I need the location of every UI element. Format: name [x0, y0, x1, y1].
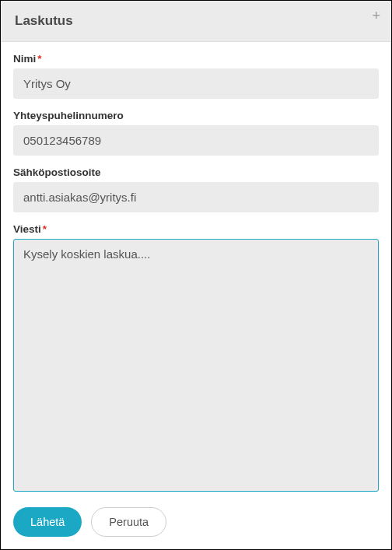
name-label-text: Nimi — [13, 53, 36, 65]
modal-header: Laskutus + — [1, 1, 391, 42]
phone-label-text: Yhteyspuhelinnumero — [13, 110, 124, 121]
message-field: Viesti* — [13, 223, 379, 492]
message-label-text: Viesti — [13, 223, 41, 235]
email-label: Sähköpostiosoite — [13, 166, 379, 178]
email-label-text: Sähköpostiosoite — [13, 166, 101, 178]
expand-icon[interactable]: + — [372, 9, 380, 23]
required-asterisk: * — [43, 223, 47, 235]
cancel-button[interactable]: Peruuta — [91, 507, 166, 537]
modal-title: Laskutus — [15, 13, 377, 29]
name-field: Nimi* — [13, 53, 379, 99]
phone-input[interactable] — [13, 125, 379, 156]
phone-label: Yhteyspuhelinnumero — [13, 110, 379, 121]
modal-footer: Lähetä Peruuta — [1, 498, 391, 549]
message-label: Viesti* — [13, 223, 379, 235]
required-asterisk: * — [37, 53, 41, 65]
email-field: Sähköpostiosoite — [13, 166, 379, 212]
message-textarea[interactable] — [13, 239, 379, 492]
submit-button[interactable]: Lähetä — [13, 507, 82, 537]
email-input[interactable] — [13, 182, 379, 212]
phone-field: Yhteyspuhelinnumero — [13, 110, 379, 156]
modal-body: Nimi* Yhteyspuhelinnumero Sähköpostiosoi… — [1, 42, 391, 498]
name-label: Nimi* — [13, 53, 379, 65]
name-input[interactable] — [13, 68, 379, 99]
billing-form-modal: Laskutus + Nimi* Yhteyspuhelinnumero Säh… — [0, 0, 392, 550]
